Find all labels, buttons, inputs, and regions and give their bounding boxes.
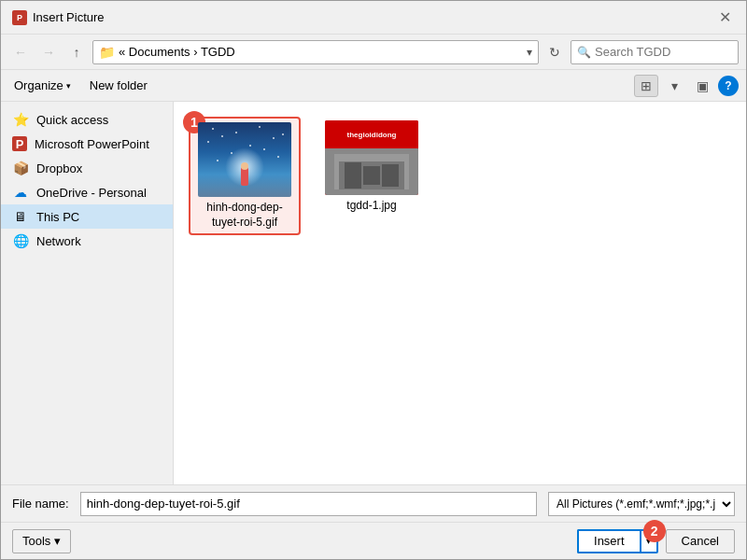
- insert-group: 2 Insert ▾: [577, 529, 658, 553]
- app-icon: P: [12, 10, 27, 25]
- main-content: ⭐ Quick access P Microsoft PowerPoint 📦 …: [1, 102, 746, 484]
- refresh-button[interactable]: ↻: [543, 40, 567, 64]
- file-item-jpg[interactable]: thegioididong tgdd-: [316, 117, 428, 217]
- back-button[interactable]: ←: [8, 40, 33, 64]
- new-folder-button[interactable]: New folder: [84, 75, 153, 97]
- address-chevron-icon: ▾: [527, 46, 532, 59]
- bottom-bar: File name: All Pictures (*.emf;*.wmf;*.j…: [1, 484, 746, 522]
- dialog-title: Insert Picture: [33, 10, 105, 24]
- quick-access-icon: ⭐: [12, 112, 29, 127]
- filename-label: File name:: [12, 497, 69, 511]
- gif-thumbnail: [198, 122, 291, 197]
- sidebar-item-label: Dropbox: [36, 161, 82, 175]
- network-icon: 🌐: [12, 233, 29, 248]
- tools-chevron-icon: ▾: [54, 534, 61, 548]
- up-button[interactable]: ↑: [64, 40, 89, 64]
- jpg-filename: tgdd-1.jpg: [346, 199, 396, 214]
- search-icon: 🔍: [577, 46, 591, 59]
- view-chevron-button[interactable]: ▾: [662, 75, 686, 97]
- close-button[interactable]: ✕: [714, 7, 735, 28]
- sidebar-item-label: Quick access: [36, 113, 108, 127]
- dropbox-icon: 📦: [12, 161, 29, 175]
- search-bar: 🔍: [571, 40, 739, 64]
- toolbar: Organize ▾ New folder ⊞ ▾ ▣ ?: [1, 70, 746, 102]
- tgdd-logo: thegioididong: [347, 131, 397, 139]
- title-bar: P Insert Picture ✕: [1, 1, 746, 35]
- this-pc-icon: 🖥: [12, 209, 29, 224]
- organize-chevron-icon: ▾: [66, 81, 71, 91]
- nav-bar: ← → ↑ 📁 « Documents › TGDD ▾ ↻ 🔍: [1, 35, 746, 70]
- sidebar-item-quick-access[interactable]: ⭐ Quick access: [1, 107, 173, 132]
- filename-input[interactable]: [80, 492, 537, 516]
- action-bar: Tools ▾ 2 Insert ▾ Cancel: [1, 522, 746, 559]
- sidebar-item-label: OneDrive - Personal: [36, 186, 147, 200]
- file-item-gif[interactable]: 1: [189, 117, 301, 235]
- sidebar-item-onedrive[interactable]: ☁ OneDrive - Personal: [1, 180, 173, 204]
- sidebar-item-this-pc[interactable]: 🖥 This PC: [1, 204, 173, 229]
- file-area[interactable]: 1: [174, 102, 746, 484]
- cancel-button[interactable]: Cancel: [666, 529, 735, 553]
- sidebar: ⭐ Quick access P Microsoft PowerPoint 📦 …: [1, 102, 174, 484]
- layout-button[interactable]: ▣: [690, 75, 714, 97]
- sidebar-item-network[interactable]: 🌐 Network: [1, 229, 173, 253]
- powerpoint-icon: P: [12, 136, 27, 151]
- person-figure: [241, 167, 248, 186]
- sidebar-item-label: This PC: [36, 210, 79, 224]
- filetype-select[interactable]: All Pictures (*.emf;*.wmf;*.jpg;*.j: [548, 492, 735, 516]
- address-path: « Documents › TGDD: [119, 45, 523, 59]
- badge-2: 2: [643, 520, 666, 542]
- organize-button[interactable]: Organize ▾: [8, 75, 77, 97]
- view-icon-button[interactable]: ⊞: [634, 75, 658, 97]
- tools-button[interactable]: Tools ▾: [12, 529, 71, 553]
- sidebar-item-powerpoint[interactable]: P Microsoft PowerPoint: [1, 132, 173, 156]
- search-input[interactable]: [595, 45, 732, 59]
- forward-button[interactable]: →: [36, 40, 61, 64]
- title-bar-left: P Insert Picture: [12, 10, 105, 25]
- sidebar-item-label: Microsoft PowerPoint: [35, 137, 149, 151]
- insert-button[interactable]: Insert: [577, 529, 640, 553]
- insert-picture-dialog: P Insert Picture ✕ ← → ↑ 📁 « Documents ›…: [0, 0, 747, 560]
- gif-filename: hinh-dong-dep-tuyet-roi-5.gif: [194, 201, 295, 230]
- toolbar-right: ⊞ ▾ ▣ ?: [634, 75, 739, 97]
- address-bar[interactable]: 📁 « Documents › TGDD ▾: [92, 40, 539, 64]
- file-grid: 1: [189, 117, 731, 235]
- onedrive-icon: ☁: [12, 185, 29, 200]
- help-button[interactable]: ?: [718, 76, 739, 96]
- sidebar-item-dropbox[interactable]: 📦 Dropbox: [1, 156, 173, 180]
- sidebar-item-label: Network: [36, 234, 81, 248]
- jpg-thumbnail: thegioididong: [325, 120, 418, 195]
- folder-icon: 📁: [99, 45, 115, 60]
